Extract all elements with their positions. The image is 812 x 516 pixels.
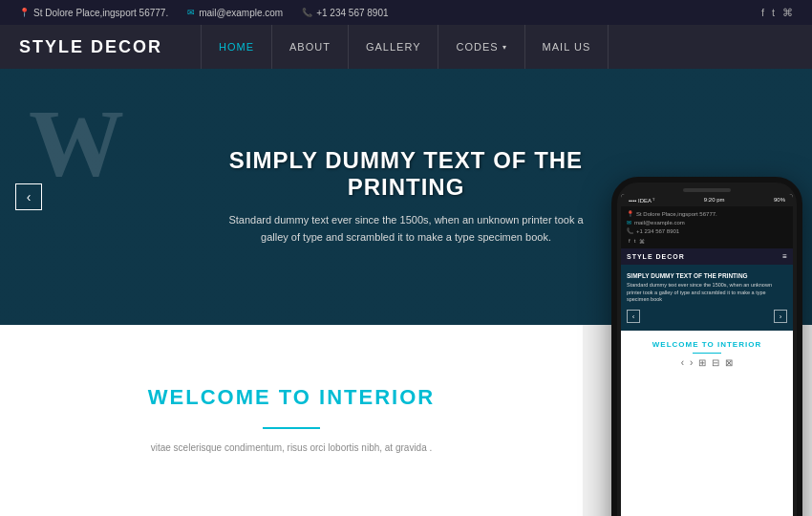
top-bar: 📍 St Dolore Place,ingsport 56777. ✉ mail… xyxy=(0,0,812,25)
hamburger-icon[interactable]: ≡ xyxy=(782,252,787,261)
nav-link-mail[interactable]: MAIL US xyxy=(525,25,609,69)
phone-topbar: 📍 St Dolore Place,ingsport 56777. ✉ mail… xyxy=(621,206,793,248)
address-item: 📍 St Dolore Place,ingsport 56777. xyxy=(19,8,168,18)
phone-prev-button[interactable]: ‹ xyxy=(627,310,640,323)
section-title: WELCOME TO INTERIOR xyxy=(148,385,435,410)
phone-email-icon: ✉ xyxy=(627,219,631,226)
phone-icon-4: ⊟ xyxy=(712,357,719,368)
phone-phone-row: 📞 +1 234 567 8901 xyxy=(627,227,787,234)
phone-email-text: mail@example.com xyxy=(634,220,685,226)
location-icon: 📍 xyxy=(19,8,30,17)
phone-mockup: •••• IDEA ᵀ 9:20 pm 90% 📍 St Dolore Plac… xyxy=(611,177,802,516)
nav-link-home[interactable]: HOME xyxy=(201,25,272,69)
phone-welcome-section: WELCOME TO INTERIOR ‹ › ⊞ ⊟ ⊠ xyxy=(621,331,793,377)
nav-link-about[interactable]: ABOUT xyxy=(272,25,349,69)
phone-title-part1: WELCOME TO xyxy=(652,340,717,349)
section-content: WELCOME TO INTERIOR vitae scelerisque co… xyxy=(0,325,583,516)
phone-section-title: WELCOME TO INTERIOR xyxy=(629,340,785,349)
phone-status-bar: •••• IDEA ᵀ 9:20 pm 90% xyxy=(621,194,793,206)
hero-description: Standard dummy text ever since the 1500s… xyxy=(224,212,588,246)
phone-speaker xyxy=(683,188,731,192)
phone-tw-icon: t xyxy=(634,238,636,245)
section-subtitle: vitae scelerisque condimentum, risus orc… xyxy=(151,441,433,456)
section-divider xyxy=(263,427,320,429)
hero-content: SIMPLY DUMMY TEXT OF THE PRINTING Standa… xyxy=(167,147,645,246)
email-item: ✉ mail@example.com xyxy=(187,8,283,18)
phone-icon-3: ⊞ xyxy=(698,357,706,368)
phone-section-icons: ‹ › ⊞ ⊟ ⊠ xyxy=(629,357,785,368)
section-title-part1: WELCOME TO xyxy=(148,385,319,409)
social-links: f t ⌘ xyxy=(761,7,793,19)
email-icon: ✉ xyxy=(187,8,195,17)
phone-hero: SIMPLY DUMMY TEXT OF THE PRINTING Standa… xyxy=(621,265,793,331)
phone-icon: 📞 xyxy=(302,8,312,17)
rss-icon[interactable]: ⌘ xyxy=(782,7,793,19)
phone-hero-title: SIMPLY DUMMY TEXT OF THE PRINTING xyxy=(627,272,787,279)
phone-carrier: •••• IDEA ᵀ xyxy=(629,197,654,204)
phone-icon-2: › xyxy=(690,357,693,368)
nav-link-codes[interactable]: CODES ▾ xyxy=(438,25,524,69)
phone-nav-logo: STYLE DECOR xyxy=(627,253,685,260)
phone-nav: STYLE DECOR ≡ xyxy=(621,248,793,265)
phone-text: +1 234 567 8901 xyxy=(316,8,388,18)
address-text: St Dolore Place,ingsport 56777. xyxy=(33,8,168,18)
nav-links: HOME ABOUT GALLERY CODES ▾ MAIL US xyxy=(201,25,793,69)
phone-socials: f t ⌘ xyxy=(627,238,787,245)
phone-time: 9:20 pm xyxy=(704,197,725,204)
twitter-icon[interactable]: t xyxy=(772,7,775,19)
facebook-icon[interactable]: f xyxy=(761,7,764,19)
section-title-accent: INTERIOR xyxy=(319,385,435,409)
phone-icon-1: ‹ xyxy=(681,357,684,368)
phone-screen: •••• IDEA ᵀ 9:20 pm 90% 📍 St Dolore Plac… xyxy=(621,194,793,516)
codes-label: CODES xyxy=(456,41,498,53)
welcome-section: WELCOME TO INTERIOR vitae scelerisque co… xyxy=(0,325,812,516)
chevron-down-icon: ▾ xyxy=(502,43,507,52)
phone-email-row: ✉ mail@example.com xyxy=(627,219,787,226)
hero-prev-button[interactable]: ‹ xyxy=(15,183,42,210)
phone-address-text: St Dolore Place,ingsport 56777. xyxy=(636,211,717,217)
phone-hero-nav: ‹ › xyxy=(627,310,787,323)
phone-next-button[interactable]: › xyxy=(774,310,787,323)
chevron-left-icon: ‹ xyxy=(27,189,32,204)
nav: STYLE DECOR HOME ABOUT GALLERY CODES ▾ M… xyxy=(0,25,812,69)
phone-title-accent: INTERIOR xyxy=(717,340,761,349)
hero-title: SIMPLY DUMMY TEXT OF THE PRINTING xyxy=(167,147,645,201)
phone-battery: 90% xyxy=(774,197,785,204)
phone-phone-icon: 📞 xyxy=(627,227,633,234)
phone-phone-text: +1 234 567 8901 xyxy=(636,228,679,234)
phone-section-divider xyxy=(693,353,721,354)
nav-logo: STYLE DECOR xyxy=(19,37,162,57)
phone-rss-icon: ⌘ xyxy=(639,238,645,245)
phone-icon-5: ⊠ xyxy=(725,357,733,368)
email-text: mail@example.com xyxy=(199,8,283,18)
phone-item: 📞 +1 234 567 8901 xyxy=(302,8,388,18)
phone-hero-desc: Standard dummy text ever since the 1500s… xyxy=(627,282,787,304)
hero-letter: W xyxy=(29,88,124,198)
phone-fb-icon: f xyxy=(629,238,630,245)
nav-link-gallery[interactable]: GALLERY xyxy=(349,25,439,69)
phone-address-row: 📍 St Dolore Place,ingsport 56777. xyxy=(627,210,787,217)
phone-area: •••• IDEA ᵀ 9:20 pm 90% 📍 St Dolore Plac… xyxy=(583,325,812,516)
phone-location-icon: 📍 xyxy=(627,210,633,217)
